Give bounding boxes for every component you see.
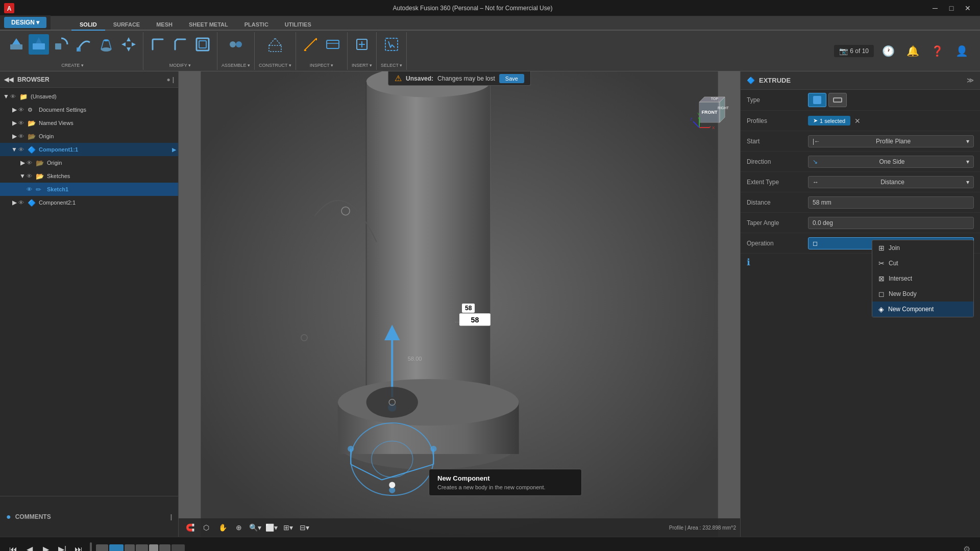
maximize-btn[interactable]: □ (943, 3, 960, 13)
measure-icon[interactable] (300, 34, 321, 55)
tab-solid[interactable]: SOLID (71, 19, 105, 31)
menu-join[interactable]: ⊞ Join (872, 240, 973, 256)
fillet-icon[interactable] (148, 34, 168, 55)
taper-input[interactable] (808, 217, 974, 229)
help-icon[interactable]: ❓ (927, 41, 947, 61)
tab-utilities[interactable]: UTILITIES (277, 19, 320, 31)
zoom-btn[interactable]: 🔍▾ (248, 520, 262, 535)
panel-expand-btn[interactable]: ≫ (967, 77, 974, 84)
tree-origin[interactable]: ▶ 👁 📂 Origin (0, 130, 178, 143)
nav-cube[interactable]: FRONT TOP RIGHT X Y Z (689, 92, 730, 133)
title-bar: A Autodesk Fusion 360 (Personal – Not fo… (0, 0, 980, 16)
snap-toggle-btn[interactable]: 🧲 (183, 520, 197, 535)
save-button[interactable]: Save (499, 74, 524, 83)
select-icon[interactable] (381, 34, 402, 55)
close-btn[interactable]: ✕ (960, 3, 976, 13)
assemble-label[interactable]: ASSEMBLE ▾ (222, 63, 250, 68)
timeline-block-6[interactable] (159, 544, 170, 552)
next-btn[interactable]: ▶| (55, 542, 69, 552)
svg-text:Y: Y (697, 112, 700, 116)
next-end-btn[interactable]: ⏭ (71, 542, 86, 552)
svg-text:Z: Z (690, 117, 693, 121)
shell-icon[interactable] (192, 34, 213, 55)
tree-component1[interactable]: ▼ 👁 🔷 Component1:1 ▶ (0, 143, 178, 156)
timeline-block-2[interactable] (109, 544, 124, 552)
comments-collapse-icon[interactable]: | (170, 513, 172, 520)
svg-marker-3 (12, 38, 20, 44)
direction-dropdown[interactable]: ↘ One Side ▾ (808, 156, 974, 168)
tab-mesh[interactable]: MESH (148, 19, 181, 31)
tab-surface[interactable]: SURFACE (105, 19, 149, 31)
menu-cut[interactable]: ✂ Cut (872, 256, 973, 271)
grid-btn[interactable]: ⊞▾ (281, 520, 295, 535)
menu-intersect[interactable]: ⊠ Intersect (872, 271, 973, 286)
type-solid-btn[interactable] (808, 93, 826, 107)
clock-icon[interactable]: 🕐 (878, 41, 898, 61)
tree-named-views[interactable]: ▶ 👁 📂 Named Views (0, 116, 178, 130)
revolve-icon[interactable] (51, 34, 71, 55)
start-dropdown[interactable]: |← Profile Plane ▾ (808, 135, 974, 147)
tree-sketch1[interactable]: 👁 ✏ Sketch1 (0, 183, 178, 196)
chamfer-icon[interactable] (170, 34, 190, 55)
play-btn[interactable]: ▶ (39, 542, 53, 552)
viewport[interactable]: ⚠ Unsaved: Changes may be lost Save FRON… (179, 71, 740, 537)
insert-icon[interactable] (352, 34, 372, 55)
inspect-label[interactable]: INSPECT ▾ (310, 63, 333, 68)
prev-btn[interactable]: ◀ (22, 542, 37, 552)
create-label[interactable]: CREATE ▾ (61, 63, 83, 68)
construct-icon[interactable] (265, 34, 285, 55)
taper-label: Taper Angle (747, 219, 808, 227)
tree-root[interactable]: ▼ 👁 📁 (Unsaved) (0, 90, 178, 103)
sweep-icon[interactable] (74, 34, 94, 55)
start-row: Start |← Profile Plane ▾ (741, 131, 980, 152)
timeline-block-3[interactable] (125, 544, 135, 552)
insert-label[interactable]: INSERT ▾ (352, 63, 372, 68)
vp-btn-4[interactable]: ⊕ (232, 520, 246, 535)
profiles-badge: ➤ 1 selected (808, 116, 850, 126)
browser-pin-btn[interactable]: ● (166, 76, 170, 83)
pan-btn[interactable]: ✋ (215, 520, 230, 535)
select-label[interactable]: SELECT ▾ (381, 63, 402, 68)
tree-origin-child[interactable]: ▶ 👁 📂 Origin (0, 156, 178, 169)
construct-label[interactable]: CONSTRUCT ▾ (259, 63, 291, 68)
tree-component2[interactable]: ▶ 👁 🔷 Component2:1 (0, 196, 178, 209)
construct-group: CONSTRUCT ▾ (255, 32, 296, 70)
timeline-block-1[interactable] (96, 544, 108, 552)
vp-btn-2[interactable]: ⬡ (199, 520, 213, 535)
tree-sketches[interactable]: ▼ 👁 📂 Sketches (0, 169, 178, 183)
extrude-icon[interactable] (6, 34, 27, 55)
tree-document-settings[interactable]: ▶ 👁 ⚙ Document Settings (0, 103, 178, 116)
tab-plastic[interactable]: PLASTIC (236, 19, 277, 31)
play-settings-btn[interactable]: ⚙ (960, 542, 974, 552)
minimize-btn[interactable]: ─ (927, 3, 943, 13)
extent-dropdown[interactable]: ↔ Distance ▾ (808, 176, 974, 188)
svg-rect-2 (10, 44, 22, 49)
tab-sheet-metal[interactable]: SHEET METAL (181, 19, 236, 31)
timeline-block-5[interactable] (149, 544, 158, 552)
timeline-block-7[interactable] (172, 544, 185, 552)
browser-collapse-icon[interactable]: | (173, 76, 174, 83)
account-icon[interactable]: 👤 (951, 41, 972, 61)
inspect-2-icon[interactable] (323, 34, 343, 55)
ribbon-tabs: DESIGN ▾ SOLID SURFACE MESH SHEET METAL … (0, 16, 980, 31)
joint-icon[interactable] (226, 34, 246, 55)
prev-start-btn[interactable]: ⏮ (6, 542, 20, 552)
start-label: Start (747, 138, 808, 145)
design-button[interactable]: DESIGN ▾ (4, 17, 46, 28)
timeline-block-4[interactable] (136, 544, 148, 552)
type-thin-btn[interactable] (828, 93, 847, 107)
loft-icon[interactable] (96, 34, 116, 55)
display-style-btn[interactable]: ⬜▾ (264, 520, 279, 535)
bell-icon[interactable]: 🔔 (902, 41, 923, 61)
cut-icon: ✂ (878, 259, 885, 267)
distance-input[interactable] (808, 196, 974, 209)
move-icon[interactable] (118, 34, 139, 55)
modify-label[interactable]: MODIFY ▾ (169, 63, 191, 68)
active-tool-icon[interactable] (29, 34, 49, 55)
comments-plus-icon[interactable]: ● (6, 512, 11, 521)
browser-collapse-btn[interactable]: ◀◀ (4, 76, 13, 83)
menu-new-component[interactable]: ◈ New Component (872, 302, 973, 317)
view-menu-btn[interactable]: ⊟▾ (297, 520, 311, 535)
profiles-clear-btn[interactable]: ✕ (854, 117, 861, 125)
menu-new-body[interactable]: ◻ New Body (872, 286, 973, 302)
